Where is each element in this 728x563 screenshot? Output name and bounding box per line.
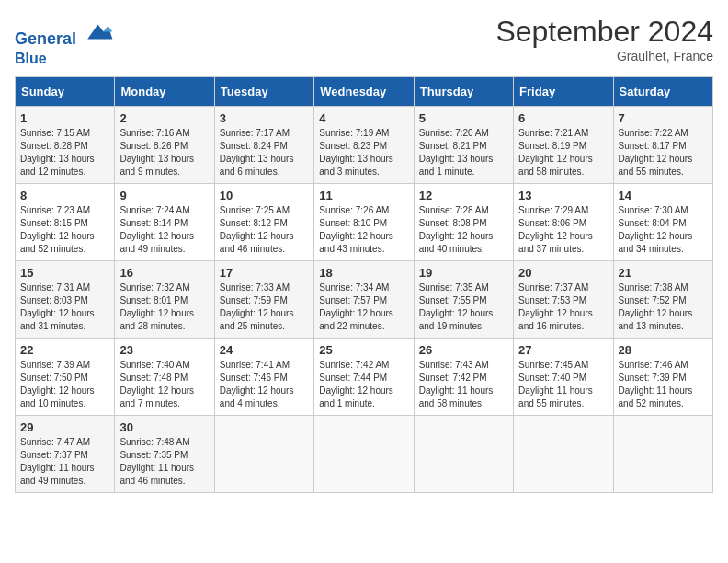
calendar-cell: 29 Sunrise: 7:47 AMSunset: 7:37 PMDaylig… — [16, 415, 115, 492]
day-number: 22 — [20, 343, 109, 357]
calendar-week-row: 15 Sunrise: 7:31 AMSunset: 8:03 PMDaylig… — [16, 260, 713, 338]
header-day-thursday: Thursday — [414, 76, 513, 106]
day-number: 25 — [319, 343, 408, 357]
header-day-sunday: Sunday — [16, 76, 115, 106]
calendar-cell: 6 Sunrise: 7:21 AMSunset: 8:19 PMDayligh… — [514, 106, 613, 183]
calendar-cell — [414, 415, 513, 492]
calendar-cell: 15 Sunrise: 7:31 AMSunset: 8:03 PMDaylig… — [16, 260, 115, 338]
day-number: 14 — [619, 189, 708, 202]
calendar-cell — [613, 415, 712, 492]
logo-icon — [85, 15, 114, 44]
calendar-cell: 26 Sunrise: 7:43 AMSunset: 7:42 PMDaylig… — [414, 338, 513, 415]
day-number: 15 — [20, 266, 109, 280]
day-info: Sunrise: 7:39 AMSunset: 7:50 PMDaylight:… — [20, 360, 95, 408]
calendar-cell: 27 Sunrise: 7:45 AMSunset: 7:40 PMDaylig… — [514, 338, 613, 415]
day-number: 3 — [220, 111, 309, 125]
calendar-cell: 19 Sunrise: 7:35 AMSunset: 7:55 PMDaylig… — [414, 260, 513, 338]
day-info: Sunrise: 7:34 AMSunset: 7:57 PMDaylight:… — [319, 282, 393, 331]
day-info: Sunrise: 7:40 AMSunset: 7:48 PMDaylight:… — [119, 360, 194, 408]
calendar-cell: 4 Sunrise: 7:19 AMSunset: 8:23 PMDayligh… — [314, 106, 414, 183]
calendar-cell: 21 Sunrise: 7:38 AMSunset: 7:52 PMDaylig… — [613, 260, 712, 338]
day-info: Sunrise: 7:24 AMSunset: 8:14 PMDaylight:… — [119, 205, 194, 254]
calendar-cell: 2 Sunrise: 7:16 AMSunset: 8:26 PMDayligh… — [115, 106, 214, 183]
day-info: Sunrise: 7:30 AMSunset: 8:04 PMDaylight:… — [619, 205, 693, 254]
header-day-tuesday: Tuesday — [214, 76, 313, 106]
calendar-cell: 20 Sunrise: 7:37 AMSunset: 7:53 PMDaylig… — [514, 260, 613, 338]
day-info: Sunrise: 7:41 AMSunset: 7:46 PMDaylight:… — [220, 360, 294, 408]
day-number: 8 — [20, 189, 109, 202]
day-info: Sunrise: 7:26 AMSunset: 8:10 PMDaylight:… — [319, 205, 393, 254]
day-info: Sunrise: 7:38 AMSunset: 7:52 PMDaylight:… — [619, 282, 693, 331]
day-info: Sunrise: 7:15 AMSunset: 8:28 PMDaylight:… — [20, 128, 95, 177]
day-number: 11 — [319, 189, 408, 202]
calendar-cell: 5 Sunrise: 7:20 AMSunset: 8:21 PMDayligh… — [414, 106, 513, 183]
day-number: 19 — [419, 266, 508, 280]
calendar-cell: 28 Sunrise: 7:46 AMSunset: 7:39 PMDaylig… — [613, 338, 712, 415]
calendar-cell: 17 Sunrise: 7:33 AMSunset: 7:59 PMDaylig… — [214, 260, 313, 338]
day-number: 18 — [319, 266, 408, 280]
day-number: 2 — [119, 111, 209, 125]
day-number: 23 — [119, 343, 209, 357]
header-day-monday: Monday — [115, 76, 214, 106]
day-info: Sunrise: 7:31 AMSunset: 8:03 PMDaylight:… — [20, 282, 95, 331]
calendar-cell: 3 Sunrise: 7:17 AMSunset: 8:24 PMDayligh… — [214, 106, 313, 183]
header-day-wednesday: Wednesday — [314, 76, 414, 106]
calendar-cell: 13 Sunrise: 7:29 AMSunset: 8:06 PMDaylig… — [514, 183, 613, 260]
title-section: September 2024 Graulhet, France — [495, 15, 713, 63]
day-info: Sunrise: 7:37 AMSunset: 7:53 PMDaylight:… — [518, 282, 593, 331]
calendar-cell: 7 Sunrise: 7:22 AMSunset: 8:17 PMDayligh… — [613, 106, 712, 183]
calendar-week-row: 29 Sunrise: 7:47 AMSunset: 7:37 PMDaylig… — [16, 415, 713, 492]
day-number: 26 — [419, 343, 508, 357]
page-header: General Blue September 2024 Graulhet, Fr… — [15, 15, 713, 67]
svg-marker-1 — [104, 26, 113, 31]
day-info: Sunrise: 7:22 AMSunset: 8:17 PMDaylight:… — [619, 128, 693, 177]
logo: General Blue — [15, 15, 114, 67]
logo-text: General — [15, 15, 114, 50]
calendar-cell — [314, 415, 414, 492]
day-number: 30 — [119, 420, 209, 434]
location: Graulhet, France — [495, 49, 713, 63]
svg-marker-0 — [87, 24, 112, 39]
day-info: Sunrise: 7:21 AMSunset: 8:19 PMDaylight:… — [518, 128, 593, 177]
calendar-cell: 25 Sunrise: 7:42 AMSunset: 7:44 PMDaylig… — [314, 338, 414, 415]
day-info: Sunrise: 7:32 AMSunset: 8:01 PMDaylight:… — [119, 282, 194, 331]
day-info: Sunrise: 7:45 AMSunset: 7:40 PMDaylight:… — [518, 360, 593, 408]
day-number: 29 — [20, 420, 109, 434]
day-number: 27 — [518, 343, 608, 357]
day-info: Sunrise: 7:35 AMSunset: 7:55 PMDaylight:… — [419, 282, 494, 331]
day-number: 24 — [220, 343, 309, 357]
calendar-week-row: 22 Sunrise: 7:39 AMSunset: 7:50 PMDaylig… — [16, 338, 713, 415]
calendar-cell: 10 Sunrise: 7:25 AMSunset: 8:12 PMDaylig… — [214, 183, 313, 260]
day-info: Sunrise: 7:48 AMSunset: 7:35 PMDaylight:… — [119, 437, 194, 486]
day-number: 5 — [419, 111, 508, 125]
logo-blue: Blue — [15, 50, 114, 67]
calendar-cell: 22 Sunrise: 7:39 AMSunset: 7:50 PMDaylig… — [16, 338, 115, 415]
day-info: Sunrise: 7:20 AMSunset: 8:21 PMDaylight:… — [419, 128, 494, 177]
day-number: 9 — [119, 189, 209, 202]
day-number: 1 — [20, 111, 109, 125]
calendar-cell: 30 Sunrise: 7:48 AMSunset: 7:35 PMDaylig… — [115, 415, 214, 492]
day-info: Sunrise: 7:17 AMSunset: 8:24 PMDaylight:… — [220, 128, 294, 177]
day-number: 28 — [619, 343, 708, 357]
day-number: 12 — [419, 189, 508, 202]
calendar-cell: 18 Sunrise: 7:34 AMSunset: 7:57 PMDaylig… — [314, 260, 414, 338]
calendar-cell: 12 Sunrise: 7:28 AMSunset: 8:08 PMDaylig… — [414, 183, 513, 260]
day-info: Sunrise: 7:47 AMSunset: 7:37 PMDaylight:… — [20, 437, 95, 486]
day-info: Sunrise: 7:43 AMSunset: 7:42 PMDaylight:… — [419, 360, 494, 408]
day-info: Sunrise: 7:25 AMSunset: 8:12 PMDaylight:… — [220, 205, 294, 254]
day-number: 10 — [220, 189, 309, 202]
day-number: 13 — [518, 189, 608, 202]
calendar-cell: 23 Sunrise: 7:40 AMSunset: 7:48 PMDaylig… — [115, 338, 214, 415]
day-number: 17 — [220, 266, 309, 280]
header-day-saturday: Saturday — [613, 76, 712, 106]
calendar-cell: 8 Sunrise: 7:23 AMSunset: 8:15 PMDayligh… — [16, 183, 115, 260]
day-info: Sunrise: 7:42 AMSunset: 7:44 PMDaylight:… — [319, 360, 393, 408]
day-number: 4 — [319, 111, 408, 125]
calendar-cell: 24 Sunrise: 7:41 AMSunset: 7:46 PMDaylig… — [214, 338, 313, 415]
day-info: Sunrise: 7:33 AMSunset: 7:59 PMDaylight:… — [220, 282, 294, 331]
header-day-friday: Friday — [514, 76, 613, 106]
calendar-week-row: 1 Sunrise: 7:15 AMSunset: 8:28 PMDayligh… — [16, 106, 713, 183]
day-info: Sunrise: 7:19 AMSunset: 8:23 PMDaylight:… — [319, 128, 393, 177]
calendar-table: SundayMondayTuesdayWednesdayThursdayFrid… — [15, 76, 713, 493]
calendar-cell: 9 Sunrise: 7:24 AMSunset: 8:14 PMDayligh… — [115, 183, 214, 260]
